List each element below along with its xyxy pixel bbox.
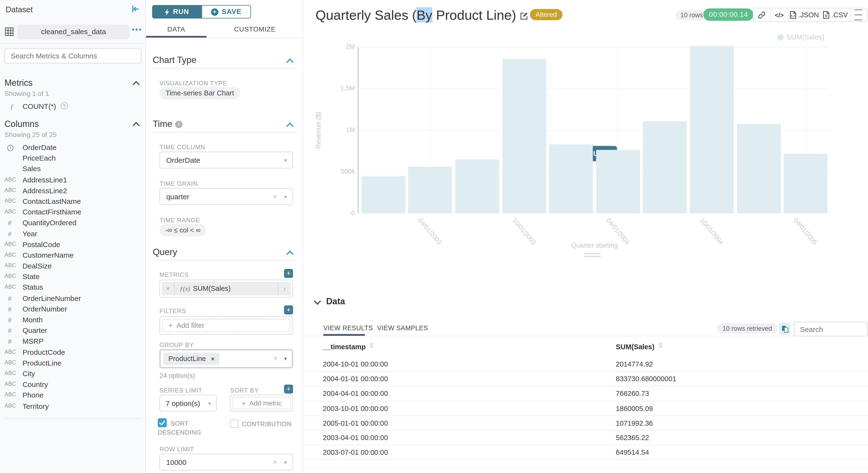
column-item[interactable]: ABCAddressLine1 [0, 176, 146, 186]
column-item[interactable]: ABCContactFirstName [0, 208, 146, 219]
column-item[interactable]: ABCPhone [0, 391, 146, 402]
table-row[interactable]: 2003-04-01 00:00:00562365.22 [303, 431, 868, 445]
column-item[interactable]: #MSRP [0, 337, 146, 348]
table-row[interactable]: 2004-10-01 00:00:002014774.92 [303, 357, 868, 372]
bar[interactable] [408, 167, 452, 214]
expand-metric-icon[interactable]: › [278, 282, 291, 295]
run-button[interactable]: RUN [152, 5, 202, 19]
embed-code-button[interactable]: </> [771, 8, 788, 21]
chart-legend[interactable]: SUM(Sales) [777, 33, 824, 41]
results-table[interactable]: 2004-10-01 00:00:002014774.922004-01-01 … [303, 357, 868, 473]
column-item[interactable]: #OrderNumber [0, 305, 146, 316]
column-item[interactable]: #QuantityOrdered [0, 218, 146, 229]
metric-item[interactable]: ƒ COUNT(*) ? [0, 102, 146, 112]
data-search-input[interactable] [794, 322, 868, 337]
sort-icon[interactable] [370, 343, 374, 348]
column-item[interactable]: ABCPostalCode [0, 240, 146, 251]
bar[interactable] [690, 46, 734, 214]
time-grain-select[interactable]: quarter × ▾ [159, 188, 293, 205]
column-item[interactable]: ABCStatus [0, 283, 146, 294]
column-item[interactable]: Sales [0, 165, 146, 176]
copy-link-button[interactable] [753, 8, 771, 21]
metric-chip[interactable]: × ƒ(x) SUM(Sales) › [162, 282, 291, 295]
series-limit-select[interactable]: 7 option(s) ▾ [159, 395, 217, 411]
column-item[interactable]: ABCCountry [0, 380, 146, 391]
add-metric-icon[interactable]: + [284, 269, 293, 278]
column-item[interactable]: #Year [0, 229, 146, 240]
table-row[interactable]: 2004-04-01 00:00:00766260.73 [303, 386, 868, 401]
tab-data[interactable]: DATA [146, 25, 207, 33]
bar[interactable] [784, 154, 827, 214]
menu-icon[interactable] [850, 8, 867, 21]
table-row[interactable]: 2005-01-01 00:00:001071992.36 [303, 416, 868, 431]
add-sort-metric-button[interactable]: +Add metric [232, 397, 291, 409]
data-collapse-icon[interactable] [314, 297, 321, 305]
sort-descending-checkbox[interactable] [158, 418, 166, 427]
remove-metric-icon[interactable]: × [162, 282, 175, 295]
clear-icon[interactable]: × [274, 354, 277, 362]
search-metrics-columns-input[interactable] [5, 48, 142, 63]
help-icon[interactable]: ? [61, 102, 68, 109]
query-collapse-icon[interactable] [286, 250, 294, 258]
column-item[interactable]: ABCProductCode [0, 348, 146, 358]
bar[interactable] [502, 59, 546, 213]
column-item[interactable]: ABCProductLine [0, 358, 146, 370]
group-by-chip[interactable]: ProductLine × [163, 353, 220, 365]
timeseries-bar-chart[interactable]: SUM(Sales) Revenue ($) Quarter starting … [303, 31, 868, 255]
column-item[interactable]: #OrderLineNumber [0, 294, 146, 305]
time-range-value[interactable]: -∞ ≤ col < ∞ [159, 224, 206, 236]
export-csv-button[interactable]: .CSV [820, 8, 850, 21]
remove-chip-icon[interactable]: × [211, 355, 215, 362]
altered-badge[interactable]: Altered [530, 9, 563, 20]
bar[interactable] [362, 177, 405, 214]
add-filter-icon[interactable]: + [284, 306, 293, 314]
column-item[interactable]: ABCCity [0, 370, 146, 380]
table-row[interactable]: 2003-07-01 00:00:00649514.54 [303, 445, 868, 460]
tab-view-samples[interactable]: VIEW SAMPLES [377, 324, 428, 331]
group-by-select[interactable]: ProductLine × × ▾ [159, 349, 293, 368]
table-header-sum-sales[interactable]: SUM(Sales) [616, 343, 663, 351]
copy-data-button[interactable] [779, 323, 790, 335]
tab-view-results[interactable]: VIEW RESULTS [323, 324, 373, 331]
sort-icon[interactable] [658, 343, 663, 348]
table-row[interactable]: 2004-01-01 00:00:00833730.680000001 [303, 372, 868, 386]
time-column-select[interactable]: OrderDate ▾ [159, 152, 293, 168]
bar[interactable] [455, 159, 499, 213]
clear-icon[interactable]: × [273, 458, 277, 466]
tab-customize[interactable]: CUSTOMIZE [207, 25, 303, 33]
visualization-type-value[interactable]: Time-series Bar Chart [159, 87, 240, 99]
dataset-more-icon[interactable]: ••• [132, 25, 142, 34]
bar[interactable] [596, 150, 640, 214]
metrics-collapse-icon[interactable] [133, 81, 140, 88]
export-json-button[interactable]: .JSON [788, 8, 820, 21]
column-item[interactable]: ABCDealSize [0, 262, 146, 273]
clear-icon[interactable]: × [273, 192, 277, 200]
save-button[interactable]: + SAVE [202, 5, 251, 19]
bar[interactable] [549, 144, 593, 213]
collapse-sidebar-icon[interactable] [131, 5, 140, 13]
bar[interactable] [643, 121, 687, 214]
column-item[interactable]: ABCCustomerName [0, 251, 146, 262]
column-item[interactable]: ABCTerritory [0, 402, 146, 412]
column-item[interactable]: ABCContactLastName [0, 197, 146, 208]
contribution-checkbox[interactable] [230, 419, 239, 428]
column-item[interactable]: #Month [0, 316, 146, 326]
bar[interactable] [737, 124, 780, 213]
chart-type-collapse-icon[interactable] [286, 58, 294, 66]
table-header-timestamp[interactable]: __timestamp [323, 343, 374, 351]
row-limit-select[interactable]: 10000 × ▾ [159, 453, 293, 470]
table-row[interactable]: 2003-10-01 00:00:001860005.09 [303, 401, 868, 416]
page-title[interactable]: Quarterly Sales (By Product Line) [315, 7, 516, 23]
dataset-name[interactable]: cleaned_sales_data [17, 25, 129, 39]
column-item[interactable]: PriceEach [0, 154, 146, 165]
add-filter-button[interactable]: +Add filter [162, 319, 290, 332]
time-collapse-icon[interactable] [286, 123, 294, 130]
add-sort-metric-icon[interactable]: + [284, 384, 293, 393]
panel-resize-handle[interactable] [584, 253, 600, 259]
edit-title-icon[interactable] [520, 12, 528, 20]
column-item[interactable]: #Quarter [0, 326, 146, 337]
column-item[interactable]: ABCAddressLine2 [0, 186, 146, 197]
column-item[interactable]: ABCState [0, 273, 146, 283]
column-item[interactable]: OrderDate [0, 143, 146, 154]
columns-collapse-icon[interactable] [133, 122, 140, 129]
